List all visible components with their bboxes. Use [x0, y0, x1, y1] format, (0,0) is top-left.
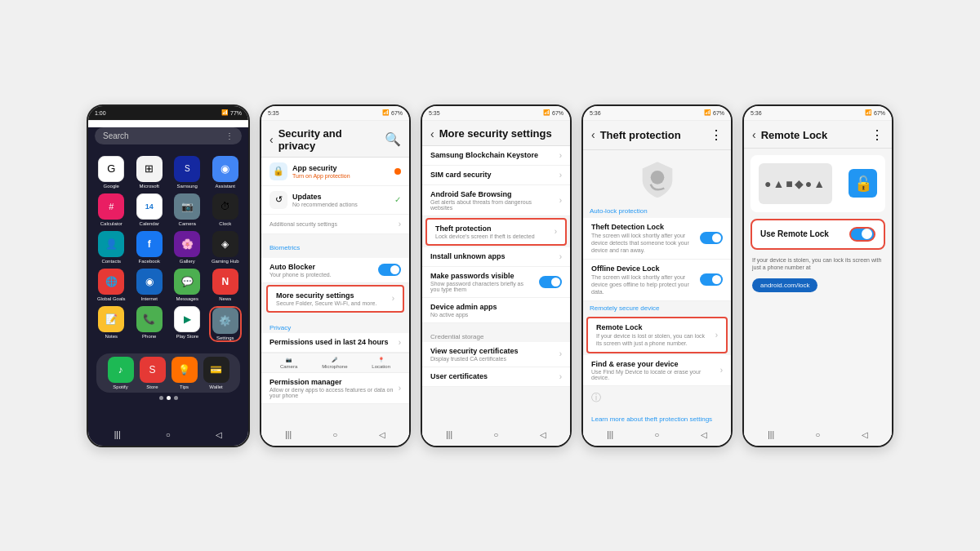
offline-lock-toggle[interactable]	[700, 273, 723, 286]
status-bar-4: 5:36 📶 67%	[583, 106, 731, 121]
more-menu-5[interactable]: ⋮	[871, 127, 884, 143]
dock-wallet[interactable]: 💳 Wallet	[203, 357, 229, 389]
status-bar-1: 1:00 📶 77%	[88, 106, 248, 121]
app-calculator[interactable]: # Calculator	[95, 193, 128, 226]
remote-device-label: Remotely secure device	[583, 301, 731, 315]
view-certs-item[interactable]: View security certificates Display trust…	[422, 342, 570, 367]
additional-security-text: Additional security settings	[270, 220, 394, 227]
passwords-visible-item[interactable]: Make passwords visible Show password cha…	[422, 267, 570, 298]
back-button-4[interactable]: ‹	[591, 128, 595, 141]
nav-2-recent[interactable]: ◁	[379, 430, 385, 439]
permissions-item[interactable]: Permissions used in last 24 hours ›	[261, 333, 409, 353]
nav-2-home[interactable]: ○	[332, 430, 337, 439]
install-chevron: ›	[559, 252, 562, 261]
app-microsoft[interactable]: ⊞ Microsoft	[133, 156, 167, 189]
remote-lock-title: Remote Lock	[761, 129, 866, 141]
find-erase-item[interactable]: Find & erase your device Use Find My Dev…	[583, 355, 731, 386]
remote-lock-toggle[interactable]	[849, 227, 875, 242]
location-perm-icon: 📍	[378, 357, 384, 362]
auto-blocker-toggle[interactable]	[378, 264, 401, 276]
app-phone[interactable]: 📞 Phone	[133, 306, 167, 342]
app-gaming-hub[interactable]: ◈ Gaming Hub	[209, 231, 243, 264]
app-assistant[interactable]: ◉ Assistant	[209, 156, 243, 189]
theft-protection-screen: ‹ Theft protection ⋮ Auto-lock protectio…	[583, 121, 731, 446]
more-menu-4[interactable]: ⋮	[710, 127, 723, 143]
find-erase-chevron: ›	[720, 366, 723, 375]
theft-detection-toggle[interactable]	[700, 232, 723, 244]
remote-lock-chevron: ›	[715, 331, 718, 340]
app-camera[interactable]: 📷 Camera	[171, 193, 204, 226]
permission-manager-item[interactable]: Permission manager Allow or deny apps to…	[261, 373, 409, 404]
search-icon-2[interactable]: 🔍	[385, 131, 401, 147]
app-clock[interactable]: ⏱ Clock	[209, 193, 243, 226]
permissions-chevron: ›	[399, 338, 401, 347]
android-link-button[interactable]: android.com/lock	[744, 275, 892, 295]
nav-5-back[interactable]: |||	[768, 430, 774, 439]
theft-detection-knob	[712, 233, 721, 242]
updates-icon: ↺	[270, 191, 287, 209]
sim-security-item[interactable]: SIM card security ›	[422, 166, 570, 185]
auto-blocker-text: Auto Blocker Your phone is protected.	[270, 263, 373, 278]
learn-more-link[interactable]: Learn more about theft protection settin…	[583, 408, 731, 426]
offline-lock-knob	[712, 275, 721, 284]
more-security-screen: ‹ More security settings Samsung Blockch…	[422, 121, 570, 446]
back-button-3[interactable]: ‹	[430, 127, 434, 140]
app-security-icon: 🔒	[270, 162, 287, 180]
app-google[interactable]: G Google	[95, 156, 128, 189]
main-container: 1:00 📶 77% Search ⋮ G Google ⊞ Microsoft	[70, 88, 910, 464]
remote-lock-header: ‹ Remote Lock ⋮	[744, 121, 892, 149]
dock-tips[interactable]: 💡 Tips	[172, 357, 198, 389]
blockchain-item[interactable]: Samsung Blockchain Keystore ›	[422, 146, 570, 166]
safe-browsing-chevron: ›	[559, 196, 562, 205]
use-remote-lock-row[interactable]: Use Remote Lock	[751, 219, 885, 250]
app-play-store[interactable]: ▶ Play Store	[171, 306, 204, 342]
nav-5-home[interactable]: ○	[815, 430, 820, 439]
device-admin-item[interactable]: Device admin apps No active apps	[422, 298, 570, 323]
additional-security-item[interactable]: Additional security settings ›	[261, 215, 409, 234]
theft-protection-item[interactable]: Theft protection Lock device's screen if…	[425, 218, 567, 246]
app-facebook[interactable]: f Facebook	[133, 231, 167, 264]
install-unknown-item[interactable]: Install unknown apps ›	[422, 247, 570, 267]
nav-4-recent[interactable]: ◁	[701, 430, 707, 439]
updates-item[interactable]: ↺ Updates No recommended actions ✓	[261, 186, 409, 215]
time-3: 5:35	[429, 110, 440, 116]
back-button-2[interactable]: ‹	[270, 133, 274, 146]
app-messages[interactable]: 💬 Messages	[171, 269, 204, 301]
status-bar-5: 5:36 📶 67%	[744, 106, 892, 121]
nav-3-back[interactable]: |||	[446, 430, 452, 439]
app-samsung[interactable]: S Samsung	[171, 156, 204, 189]
remote-lock-item[interactable]: Remote Lock If your device is lost or st…	[586, 317, 728, 353]
app-news[interactable]: N News	[209, 269, 243, 301]
app-security-item[interactable]: 🔒 App security Turn on App protection	[261, 158, 409, 186]
nav-home-arrow[interactable]: ◁	[216, 430, 222, 439]
nav-3-home[interactable]: ○	[493, 430, 498, 439]
nav-home-back[interactable]: |||	[114, 430, 121, 439]
app-internet[interactable]: ◉ Internet	[133, 269, 167, 301]
app-notes[interactable]: 📝 Notes	[95, 306, 128, 342]
home-search-bar[interactable]: Search ⋮	[95, 127, 242, 144]
app-calendar[interactable]: 14 Calendar	[133, 193, 167, 226]
more-security-item[interactable]: More security settings Secure Folder, Se…	[266, 285, 404, 313]
security-list: 🔒 App security Turn on App protection ↺ …	[261, 158, 409, 404]
passwords-toggle[interactable]	[539, 276, 562, 288]
nav-5-recent[interactable]: ◁	[862, 430, 868, 439]
nav-4-back[interactable]: |||	[607, 430, 613, 439]
nav-2-back[interactable]: |||	[285, 430, 292, 439]
user-certs-item[interactable]: User certificates ›	[422, 367, 570, 387]
nav-4-home[interactable]: ○	[654, 430, 659, 439]
certs-chevron: ›	[559, 349, 562, 358]
offline-lock-item[interactable]: Offline Device Lock The screen will lock…	[583, 260, 731, 301]
nav-3-recent[interactable]: ◁	[540, 430, 546, 439]
theft-detection-item[interactable]: Theft Detection Lock The screen will loc…	[583, 218, 731, 260]
app-global-goals[interactable]: 🌐 Global Goals	[95, 269, 128, 301]
nav-home-circle[interactable]: ○	[166, 430, 171, 439]
dock-store[interactable]: S Store	[140, 357, 166, 389]
nav-bar-5: ||| ○ ◁	[744, 427, 892, 442]
app-gallery[interactable]: 🌸 Gallery	[171, 231, 204, 264]
app-settings[interactable]: ⚙️ Settings	[209, 306, 243, 342]
back-button-5[interactable]: ‹	[752, 128, 756, 141]
safe-browsing-item[interactable]: Android Safe Browsing Get alerts about t…	[422, 185, 570, 216]
dock-spotify[interactable]: ♪ Spotify	[108, 357, 134, 389]
app-contacts[interactable]: 👤 Contacts	[95, 231, 128, 264]
auto-blocker-item[interactable]: Auto Blocker Your phone is protected.	[261, 258, 409, 283]
